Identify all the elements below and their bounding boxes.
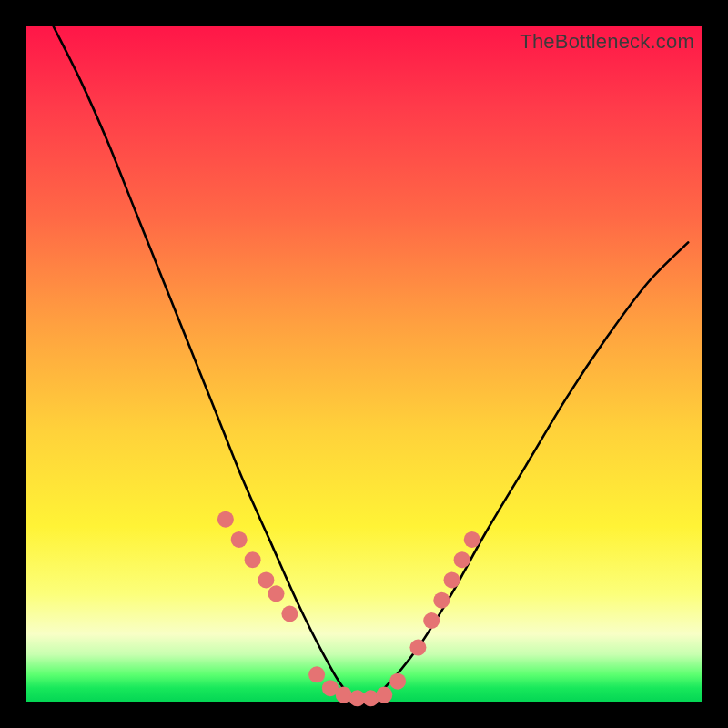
curve-marker	[245, 551, 261, 568]
curve-marker	[281, 606, 298, 622]
curve-marker	[464, 531, 480, 548]
curve-marker	[410, 640, 426, 656]
curve-marker	[444, 571, 460, 588]
curve-marker	[231, 531, 248, 548]
curve-marker	[308, 666, 325, 682]
curve-svg	[26, 26, 702, 702]
curve-marker	[433, 592, 450, 609]
curve-marker	[258, 571, 274, 588]
bottleneck-curve	[54, 26, 689, 702]
marker-group	[217, 511, 480, 707]
curve-marker	[423, 612, 440, 629]
curve-marker	[389, 673, 406, 690]
curve-marker	[217, 511, 234, 528]
chart-frame: TheBottleneck.com	[0, 0, 728, 728]
curve-marker	[454, 551, 470, 568]
curve-marker	[268, 585, 285, 602]
curve-marker	[376, 687, 392, 703]
plot-area: TheBottleneck.com	[26, 26, 702, 702]
